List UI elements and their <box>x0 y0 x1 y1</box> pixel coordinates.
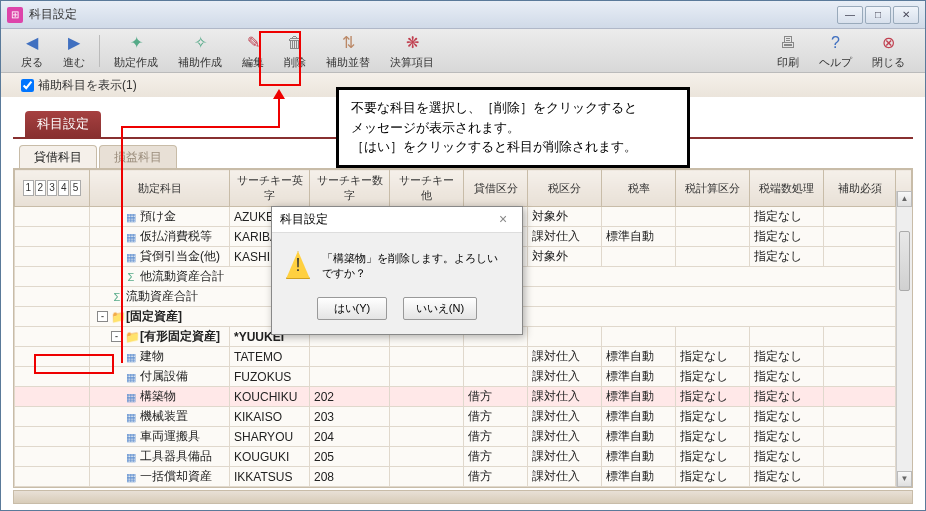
col-account[interactable]: 勘定科目 <box>90 170 230 207</box>
forward-button[interactable]: ▶ 進む <box>53 30 95 72</box>
cell-key-other <box>390 367 464 387</box>
minimize-button[interactable]: — <box>837 6 863 24</box>
account-name-text: [有形固定資産] <box>140 328 220 345</box>
footer-bar <box>13 490 913 504</box>
create-account-button[interactable]: ✦ 勘定作成 <box>104 30 168 72</box>
scroll-up-button[interactable]: ▲ <box>897 191 912 207</box>
table-row[interactable]: ▦車両運搬具SHARYOU204借方課対仕入標準自動指定なし指定なし <box>15 427 912 447</box>
item-icon: ▦ <box>125 470 137 484</box>
col-tax-calc[interactable]: 税計算区分 <box>676 170 750 207</box>
tree-toggle[interactable]: - <box>97 311 108 322</box>
cell-account-name: ▦減価償却累計額 <box>90 487 230 489</box>
scroll-thumb[interactable] <box>899 231 910 291</box>
scroll-down-button[interactable]: ▼ <box>897 471 912 487</box>
no-button[interactable]: いいえ(N) <box>403 297 477 320</box>
row-gutter <box>15 467 90 487</box>
account-name-text: 構築物 <box>140 388 176 405</box>
col-key-other[interactable]: サーチキー他 <box>390 170 464 207</box>
tab-pl[interactable]: 損益科目 <box>99 145 177 169</box>
cell-key-en: KIKAISO <box>230 407 310 427</box>
table-row[interactable]: ▦建物TATEMO課対仕入標準自動指定なし指定なし <box>15 347 912 367</box>
cell-account-name: ▦一括償却資産 <box>90 467 230 487</box>
cell-key-en: TATEMO <box>230 347 310 367</box>
row-gutter <box>15 227 90 247</box>
item-icon: ▦ <box>125 230 137 244</box>
cell-key-en: GENKARUI <box>230 487 310 489</box>
header-row: 1 2 3 4 5 勘定科目 サーチキー英字 サーチキー数字 サーチキー他 貸借… <box>15 170 912 207</box>
back-button[interactable]: ◀ 戻る <box>11 30 53 72</box>
page-4[interactable]: 4 <box>58 180 69 196</box>
col-key-num[interactable]: サーチキー数字 <box>310 170 390 207</box>
page-5[interactable]: 5 <box>70 180 81 196</box>
cell-key-other <box>390 447 464 467</box>
cell-tax-calc: 指定なし <box>676 427 750 447</box>
cell-bs-type: 借方 <box>464 487 528 489</box>
edit-button[interactable]: ✎ 編集 <box>232 30 274 72</box>
table-row[interactable]: ▦工具器具備品KOUGUKI205借方課対仕入標準自動指定なし指定なし <box>15 447 912 467</box>
cell-key-other <box>390 407 464 427</box>
aux-order-button[interactable]: ⇅ 補助並替 <box>316 30 380 72</box>
help-button[interactable]: ? ヘルプ <box>809 30 862 72</box>
cell-tax-type: 対象外 <box>528 247 602 267</box>
cell-tax-round: 指定なし <box>750 367 824 387</box>
close-window-button[interactable]: ✕ <box>893 6 919 24</box>
col-tax-type[interactable]: 税区分 <box>528 170 602 207</box>
table-row[interactable]: ▦構築物KOUCHIKU202借方課対仕入標準自動指定なし指定なし <box>15 387 912 407</box>
yes-button[interactable]: はい(Y) <box>317 297 387 320</box>
table-row[interactable]: ▦機械装置KIKAISO203借方課対仕入標準自動指定なし指定なし <box>15 407 912 427</box>
cell-tax-calc: 指定なし <box>676 467 750 487</box>
toolbar: ◀ 戻る ▶ 進む ✦ 勘定作成 ✧ 補助作成 ✎ 編集 🗑 削除 ⇅ 補助並替 <box>1 29 925 73</box>
create-aux-icon: ✧ <box>189 32 211 54</box>
col-aux-req[interactable]: 補助必須 <box>824 170 896 207</box>
cell-tax-rate: 標準自動 <box>602 427 676 447</box>
section-title: 科目設定 <box>25 111 101 137</box>
row-gutter <box>15 247 90 267</box>
account-name-text: 工具器具備品 <box>140 448 212 465</box>
page-1[interactable]: 1 <box>23 180 34 196</box>
cell-account-name: ▦預け金 <box>90 207 230 227</box>
page-3[interactable]: 3 <box>47 180 58 196</box>
print-button[interactable]: 🖶 印刷 <box>767 30 809 72</box>
dialog-close-button[interactable]: × <box>492 211 514 229</box>
show-aux-checkbox[interactable] <box>21 79 34 92</box>
cell-aux-req <box>824 327 896 347</box>
cell-key-en: IKKATSUS <box>230 467 310 487</box>
account-name-text: 一括償却資産 <box>140 468 212 485</box>
cell-tax-type: 対象外 <box>528 487 602 489</box>
account-name-text: 機械装置 <box>140 408 188 425</box>
titlebar: ⊞ 科目設定 — □ ✕ <box>1 1 925 29</box>
cell-tax-calc: 指定なし <box>676 407 750 427</box>
delete-button[interactable]: 🗑 削除 <box>274 30 316 72</box>
table-row[interactable]: ▦付属設備FUZOKUS課対仕入標準自動指定なし指定なし <box>15 367 912 387</box>
account-name-text: [固定資産] <box>126 308 182 325</box>
cell-tax-calc <box>676 247 750 267</box>
arrow-line-v2 <box>121 126 123 363</box>
close-button[interactable]: ⊗ 閉じる <box>862 30 915 72</box>
col-tax-round[interactable]: 税端数処理 <box>750 170 824 207</box>
cell-tax-round: 指定なし <box>750 247 824 267</box>
dialog-body: ! 「構築物」を削除します。よろしいですか？ <box>272 233 522 289</box>
cell-key-num: 204 <box>310 427 390 447</box>
cell-bs-type <box>464 347 528 367</box>
table-row[interactable]: ▦減価償却累計額GENKARUI209借方対象外指定なし <box>15 487 912 489</box>
col-tax-rate[interactable]: 税率 <box>602 170 676 207</box>
cell-bs-type: 借方 <box>464 427 528 447</box>
page-2[interactable]: 2 <box>35 180 46 196</box>
maximize-button[interactable]: □ <box>865 6 891 24</box>
settlement-button[interactable]: ❋ 決算項目 <box>380 30 444 72</box>
row-gutter <box>15 487 90 489</box>
cell-tax-round: 指定なし <box>750 387 824 407</box>
tab-bs[interactable]: 貸借科目 <box>19 145 97 169</box>
col-key-en[interactable]: サーチキー英字 <box>230 170 310 207</box>
table-row[interactable]: ▦一括償却資産IKKATSUS208借方課対仕入標準自動指定なし指定なし <box>15 467 912 487</box>
edit-icon: ✎ <box>242 32 264 54</box>
cell-aux-req <box>824 247 896 267</box>
dialog-message: 「構築物」を削除します。よろしいですか？ <box>322 251 508 281</box>
vertical-scrollbar[interactable]: ▲ ▼ <box>896 191 912 487</box>
print-icon: 🖶 <box>777 32 799 54</box>
item-icon: ▦ <box>125 250 137 264</box>
dialog-titlebar: 科目設定 × <box>272 207 522 233</box>
col-bs-type[interactable]: 貸借区分 <box>464 170 528 207</box>
create-aux-button[interactable]: ✧ 補助作成 <box>168 30 232 72</box>
app-window: ⊞ 科目設定 — □ ✕ ◀ 戻る ▶ 進む ✦ 勘定作成 ✧ 補助作成 ✎ 編… <box>0 0 926 511</box>
